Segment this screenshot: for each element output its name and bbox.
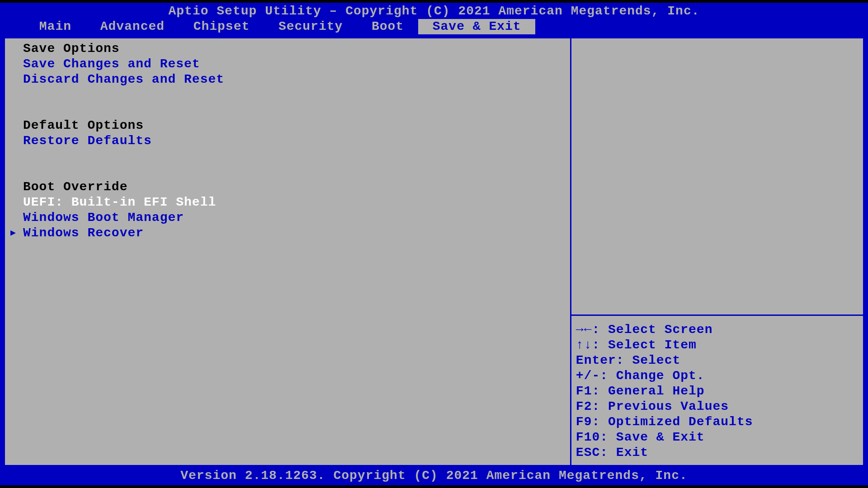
help-line: ESC: Exit	[576, 445, 859, 460]
tab-boot[interactable]: Boot	[357, 19, 418, 34]
help-line: F9: Optimized Defaults	[576, 414, 859, 430]
menu-item[interactable]: Discard Changes and Reset	[23, 72, 566, 87]
help-line: →←: Select Screen	[576, 322, 859, 338]
section-heading: Save Options	[23, 41, 566, 56]
key-help: →←: Select Screen↑↓: Select ItemEnter: S…	[576, 316, 859, 460]
menu-item[interactable]: Save Changes and Reset	[23, 56, 566, 72]
submenu-marker-icon: ▶	[10, 225, 16, 241]
options-panel: Save OptionsSave Changes and ResetDiscar…	[4, 37, 570, 466]
help-line: ↑↓: Select Item	[576, 338, 859, 353]
menu-item[interactable]: UEFI: Built-in EFI Shell	[23, 195, 566, 210]
version-footer: Version 2.18.1263. Copyright (C) 2021 Am…	[4, 468, 864, 483]
help-line: Enter: Select	[576, 353, 859, 368]
bios-frame: Aptio Setup Utility – Copyright (C) 2021…	[0, 3, 868, 485]
tab-security[interactable]: Security	[264, 19, 357, 34]
help-line: F2: Previous Values	[576, 399, 859, 414]
help-panel: →←: Select Screen↑↓: Select ItemEnter: S…	[570, 37, 864, 466]
body: Save OptionsSave Changes and ResetDiscar…	[4, 37, 864, 466]
menu-item[interactable]: Windows Recover▶	[23, 225, 566, 241]
tab-chipset[interactable]: Chipset	[179, 19, 264, 34]
help-line: F10: Save & Exit	[576, 430, 859, 445]
section-heading: Default Options	[23, 118, 566, 133]
tab-main[interactable]: Main	[25, 19, 86, 34]
menu-item[interactable]: Restore Defaults	[23, 133, 566, 149]
tab-save-exit[interactable]: Save & Exit	[418, 19, 535, 34]
menu-item[interactable]: Windows Boot Manager	[23, 210, 566, 225]
section-heading: Boot Override	[23, 179, 566, 195]
tab-advanced[interactable]: Advanced	[86, 19, 179, 34]
help-line: F1: General Help	[576, 384, 859, 399]
help-line: +/-: Change Opt.	[576, 368, 859, 384]
app-title: Aptio Setup Utility – Copyright (C) 2021…	[0, 3, 868, 19]
item-help-area	[576, 41, 859, 314]
tab-bar: Main Advanced Chipset Security Boot Save…	[0, 19, 868, 34]
